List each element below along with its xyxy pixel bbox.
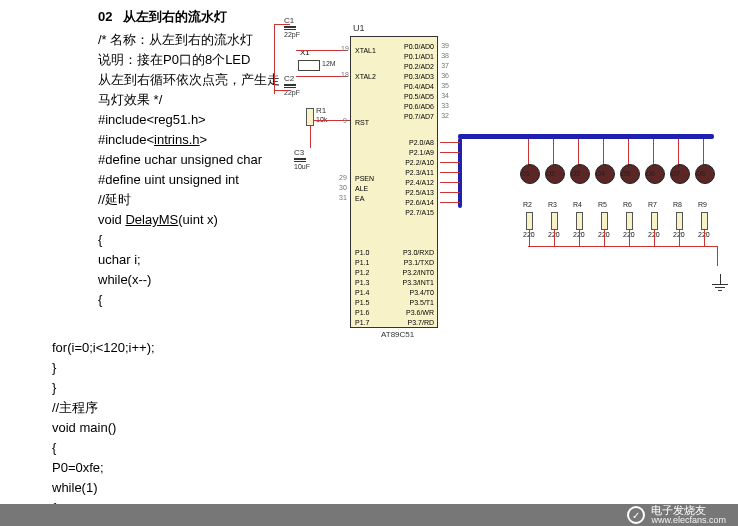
pin-label: P0.7/AD7	[404, 113, 434, 120]
pin-label: RST	[355, 119, 369, 126]
mcu-ref: U1	[353, 23, 365, 33]
code-line: uchar i;	[98, 250, 278, 270]
bus-vertical	[458, 138, 462, 208]
c1-val: 22pF	[284, 31, 300, 38]
pin-label: P3.3/INT1	[402, 279, 434, 286]
pin-label: P1.2	[355, 269, 369, 276]
code-line: #define uint unsigned int	[98, 170, 278, 190]
ground-symbol	[712, 274, 728, 291]
d-label: D7	[671, 170, 680, 177]
crystal	[298, 60, 320, 71]
bus-horizontal	[458, 134, 714, 139]
code-line: /* 名称：从左到右的流水灯	[98, 30, 278, 50]
heading-text: 从左到右的流水灯	[123, 9, 227, 24]
r1-ref: R1	[316, 106, 326, 115]
resistor	[551, 212, 558, 230]
d-label: D4	[596, 170, 605, 177]
pin-label: XTAL2	[355, 73, 376, 80]
d-label: D8	[696, 170, 705, 177]
wire	[604, 230, 605, 246]
brand-icon: ✓	[627, 506, 645, 524]
pin-label: P3.2/INT0	[402, 269, 434, 276]
wire	[704, 230, 705, 246]
r-label: R4	[573, 201, 582, 208]
wire	[440, 202, 460, 203]
pin-label: P1.6	[355, 309, 369, 316]
wire	[528, 139, 529, 165]
footer-brand: 电子发烧友	[651, 505, 726, 515]
mcu-part: AT89C51	[381, 330, 414, 339]
pin-label: PSEN	[355, 175, 374, 182]
capacitor-c1: C1 22pF	[284, 16, 300, 38]
wire	[440, 192, 460, 193]
r-label: R7	[648, 201, 657, 208]
c3-val: 10uF	[294, 163, 310, 170]
wire	[274, 24, 290, 25]
code-block-lower: for(i=0;i<120;i++); } } //主程序 void main(…	[52, 338, 155, 518]
r-label: R6	[623, 201, 632, 208]
wire	[440, 172, 460, 173]
pin-label: P3.7/RD	[408, 319, 434, 326]
pin-label: P0.2/AD2	[404, 63, 434, 70]
footer-watermark: ✓ 电子发烧友 www.elecfans.com	[0, 504, 738, 526]
code-line: void DelayMS(uint x)	[98, 210, 278, 230]
pin-label: P2.7/A15	[405, 209, 434, 216]
pin-label: ALE	[355, 185, 368, 192]
pin-label: P1.7	[355, 319, 369, 326]
schematic-diagram: U1 AT89C51 XTAL1 19 XTAL2 18 RST 9 PSEN …	[260, 8, 730, 328]
pin-num: 35	[441, 82, 449, 89]
wire	[440, 182, 460, 183]
d-label: D5	[621, 170, 630, 177]
pin-label: XTAL1	[355, 47, 376, 54]
pin-label: P0.3/AD3	[404, 73, 434, 80]
pin-label: P0.0/AD0	[404, 43, 434, 50]
code-line: for(i=0;i<120;i++);	[52, 338, 155, 358]
wire	[274, 24, 275, 94]
resistor	[701, 212, 708, 230]
r-label: R5	[598, 201, 607, 208]
capacitor-c3: C3 10uF	[294, 148, 310, 170]
pin-label: P0.6/AD6	[404, 103, 434, 110]
footer-url: www.elecfans.com	[651, 515, 726, 525]
d-label: D2	[546, 170, 555, 177]
pin-label: P0.4/AD4	[404, 83, 434, 90]
pin-num: 18	[341, 71, 349, 78]
pin-label: P2.0/A8	[409, 139, 434, 146]
r-label: R3	[548, 201, 557, 208]
led-bank: D1 D2 D3 D4 D5 D6 D7 D8 R2 R3 R4 R5 R6 R…	[520, 164, 720, 284]
pin-label: EA	[355, 195, 364, 202]
code-line: while(1)	[52, 478, 155, 498]
pin-label: P1.4	[355, 289, 369, 296]
wire	[579, 230, 580, 246]
r-label: R2	[523, 201, 532, 208]
code-line: 从左到右循环依次点亮，产生走	[98, 70, 278, 90]
code-line: {	[52, 438, 155, 458]
pin-num: 19	[341, 45, 349, 52]
resistor	[626, 212, 633, 230]
pin-num: 36	[441, 72, 449, 79]
pin-label: P1.1	[355, 259, 369, 266]
wire	[440, 142, 460, 143]
code-line: while(x--)	[98, 270, 278, 290]
pin-label: P2.3/A11	[405, 169, 434, 176]
pin-label: P3.6/WR	[406, 309, 434, 316]
code-line: 说明：接在P0口的8个LED	[98, 50, 278, 70]
code-line: #include<reg51.h>	[98, 110, 278, 130]
d-label: D1	[521, 170, 530, 177]
code-line: //主程序	[52, 398, 155, 418]
resistor-r1	[306, 108, 314, 126]
r-label: R9	[698, 201, 707, 208]
wire	[654, 230, 655, 246]
section-heading: 02 从左到右的流水灯	[98, 8, 227, 26]
code-line: P0=0xfe;	[52, 458, 155, 478]
pin-num: 29	[339, 174, 347, 181]
pin-num: 34	[441, 92, 449, 99]
code-line: {	[98, 290, 278, 310]
pin-label: P1.3	[355, 279, 369, 286]
d-label: D3	[571, 170, 580, 177]
resistor	[576, 212, 583, 230]
wire	[717, 246, 718, 266]
wire	[678, 139, 679, 165]
wire	[274, 90, 290, 91]
pin-label: P3.4/T0	[409, 289, 434, 296]
